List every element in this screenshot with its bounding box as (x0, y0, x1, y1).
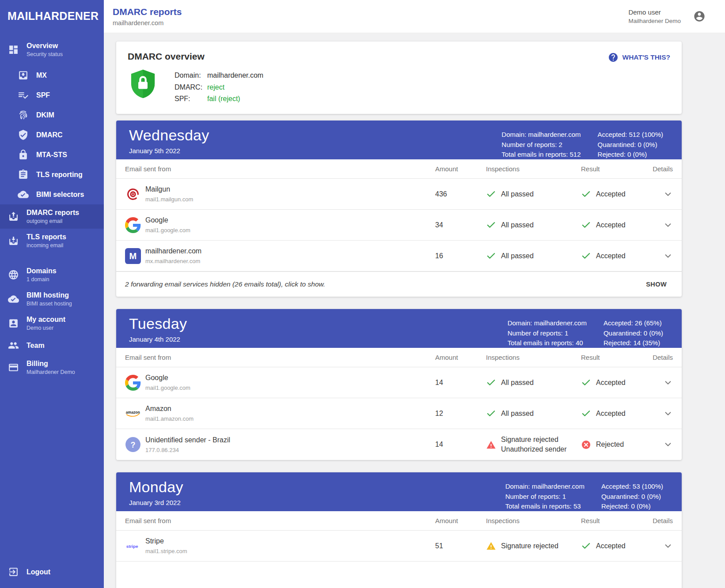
cloud-check-icon (18, 189, 29, 200)
show-button[interactable]: SHOW (646, 281, 667, 288)
table-row: ?Unidentified sender - Brazil177.0.86.23… (116, 429, 682, 460)
overview-fields: Domain:mailhardener.comDMARC:rejectSPF:f… (175, 68, 263, 105)
inspection-line: All passed (501, 220, 534, 230)
avatar-icon[interactable] (693, 10, 706, 23)
check-green-icon (581, 377, 591, 388)
overview-field-row: Domain:mailhardener.com (175, 70, 263, 82)
sidebar-item-domains[interactable]: Domains1 domain (0, 263, 104, 287)
billing-icon (8, 362, 19, 373)
result-cell: Accepted (581, 377, 652, 388)
user-org: Mailhardener Demo (628, 18, 681, 24)
sidebar-item-label: DKIM (36, 111, 54, 119)
day-stat-domain: Domain: mailhardener.com (508, 318, 587, 328)
help-icon (608, 52, 619, 63)
sidebar-item-billing[interactable]: BillingMailhardener Demo (0, 355, 104, 380)
hidden-services-row[interactable]: 2 forwarding email services hidden (26 e… (116, 271, 682, 297)
sidebar-item-label: MTA-STS (36, 151, 67, 159)
chevron-down-icon[interactable] (663, 378, 673, 388)
table-row: Mmailhardener.commx.mailhardener.com16Al… (116, 241, 682, 271)
sidebar-item-label: SPF (36, 91, 50, 99)
sidebar: MAILHARDENER OverviewSecurity statusMXSP… (0, 0, 104, 588)
whats-this-link[interactable]: WHAT'S THIS? (608, 52, 670, 63)
sender-text: Unidentified sender - Brazil177.0.86.234 (145, 436, 230, 453)
column-header-result: Result (581, 517, 652, 524)
app-logo: MAILHARDENER (0, 0, 104, 23)
chevron-down-icon[interactable] (663, 189, 673, 199)
sidebar-item-label: BIMI selectors (36, 191, 84, 199)
chevron-down-icon[interactable] (663, 251, 673, 261)
day-card-wednesday: WednesdayJanuary 5th 2022Domain: mailhar… (116, 121, 682, 297)
result-text: Accepted (596, 221, 626, 229)
table-row: Googlemail1.google.com34All passedAccept… (116, 210, 682, 241)
sidebar-item-sublabel: outgoing email (27, 218, 79, 224)
sidebar-item-team[interactable]: Team (0, 335, 104, 355)
details-cell (652, 251, 673, 261)
sidebar-item-my-account[interactable]: My accountDemo user (0, 311, 104, 335)
user-menu[interactable]: Demo user Mailhardener Demo (628, 8, 706, 24)
sidebar-item-labels: BIMI hostingBIMI asset hosting (27, 291, 72, 307)
sidebar-item-labels: MTA-STS (36, 151, 67, 159)
sidebar-item-bimi-selectors[interactable]: BIMI selectors (0, 185, 104, 204)
result-text: Accepted (596, 542, 626, 550)
chevron-down-icon[interactable] (663, 409, 673, 418)
sidebar-item-bimi-hosting[interactable]: BIMI hostingBIMI asset hosting (0, 287, 104, 311)
day-name: Wednesday (129, 127, 209, 144)
page-subtitle: mailhardener.com (113, 19, 182, 26)
column-header-inspections: Inspections (486, 354, 581, 361)
inspection-text: All passed (501, 251, 534, 261)
sidebar-item-sublabel: Security status (27, 51, 63, 57)
day-name: Tuesday (129, 315, 187, 332)
sidebar-item-dmarc-reports[interactable]: DMARC reportsoutgoing email (0, 204, 104, 229)
inspections-cell: Signature rejectedUnauthorized sender (486, 435, 581, 454)
inspection-line: Signature rejected (501, 541, 558, 551)
sidebar-item-dmarc[interactable]: DMARC (0, 125, 104, 145)
day-stats-column: Domain: mailhardener.comNumber of report… (508, 318, 587, 348)
warning-red-icon (486, 440, 496, 450)
table-row: amazonAmazonmail1.amazon.com12All passed… (116, 398, 682, 429)
sidebar-item-mx[interactable]: MX (0, 65, 104, 85)
sidebar-item-labels: Team (27, 342, 45, 350)
result-text: Accepted (596, 252, 626, 260)
sidebar-item-overview[interactable]: OverviewSecurity status (0, 38, 104, 62)
day-result-rejected: Rejected: 0 (0%) (601, 501, 663, 512)
check-green-icon (581, 541, 591, 551)
sidebar-item-sublabel: incoming email (27, 242, 66, 249)
chevron-down-icon[interactable] (663, 440, 673, 449)
sender-text: Googlemail1.google.com (145, 216, 190, 234)
sender-cell: amazonAmazonmail1.amazon.com (125, 405, 435, 422)
sidebar-item-logout[interactable]: Logout (0, 562, 104, 582)
overview-title: DMARC overview (128, 51, 670, 62)
sidebar-item-mta-sts[interactable]: MTA-STS (0, 145, 104, 165)
sidebar-item-tls-reports[interactable]: TLS reportsincoming email (0, 229, 104, 253)
check-green-icon (486, 377, 496, 388)
check-green-icon (581, 220, 591, 230)
sidebar-item-sublabel: Demo user (27, 325, 65, 331)
column-header-details: Details (652, 165, 673, 173)
sidebar-item-sublabel: 1 domain (27, 276, 57, 283)
sidebar-nav: OverviewSecurity statusMXSPFDKIMDMARCMTA… (0, 38, 104, 380)
sender-text: Mailgunmail1.mailgun.com (145, 185, 193, 203)
sidebar-item-spf[interactable]: SPF (0, 85, 104, 105)
inbox-arrow-icon (18, 70, 29, 81)
sidebar-item-labels: Domains1 domain (27, 267, 57, 283)
day-stat-total: Total emails in reports: 40 (508, 338, 587, 348)
result-text: Rejected (596, 441, 624, 449)
day-result-quarantined: Quarantined: 0 (0%) (604, 328, 663, 339)
sidebar-item-tls-reporting[interactable]: TLS reporting (0, 165, 104, 185)
checklist-icon (18, 90, 29, 101)
sidebar-item-label: TLS reporting (36, 171, 83, 179)
chevron-down-icon[interactable] (663, 220, 673, 230)
day-stats: Domain: mailhardener.comNumber of report… (505, 479, 663, 511)
sidebar-item-labels: MX (36, 72, 47, 79)
sidebar-item-dkim[interactable]: DKIM (0, 105, 104, 125)
column-header-result: Result (581, 354, 652, 361)
chevron-down-icon[interactable] (663, 541, 673, 551)
overview-field-value: reject (207, 82, 224, 94)
sidebar-item-labels: TLS reportsincoming email (27, 233, 66, 249)
outbox-tray-icon (8, 211, 19, 222)
overview-field-row: DMARC:reject (175, 82, 263, 94)
sender-domain: mail1.amazon.com (145, 415, 194, 422)
dmarc-overview-card: DMARC overview WHAT'S THIS? Domain:mailh… (116, 41, 682, 114)
team-icon (8, 340, 19, 351)
column-header-email-sent-from: Email sent from (125, 517, 435, 524)
